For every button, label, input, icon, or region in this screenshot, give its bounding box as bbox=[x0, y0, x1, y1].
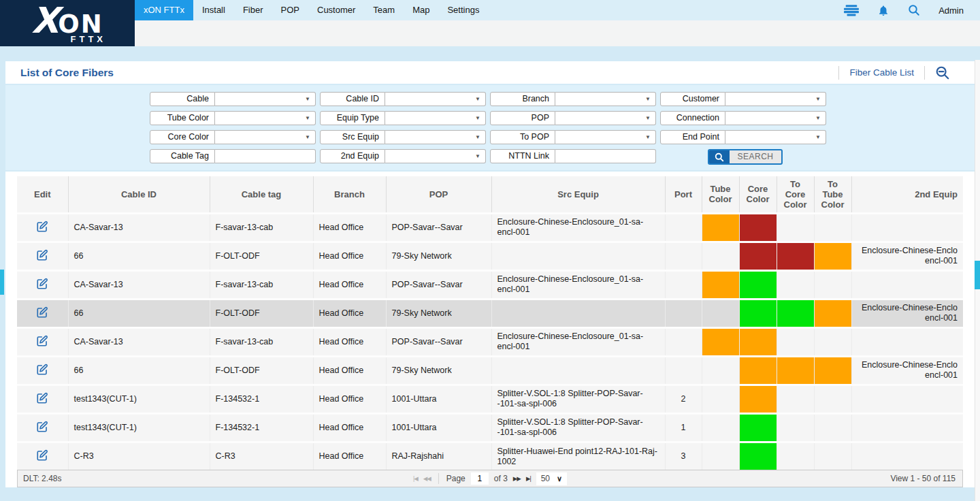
next-page-button[interactable]: ▶▶ bbox=[513, 475, 521, 482]
cell-core-color bbox=[739, 327, 777, 356]
nav-item-pop[interactable]: POP bbox=[272, 0, 308, 20]
column-header-2nd-equip: 2nd Equip bbox=[851, 176, 963, 213]
filter-select-end-point[interactable]: ▼ bbox=[725, 130, 826, 144]
core-fibers-table: EditCable IDCable tagBranchPOPSrc EquipP… bbox=[17, 176, 963, 470]
cell-to-tube-color bbox=[814, 242, 851, 270]
filter-label: Connection bbox=[660, 111, 725, 125]
cell-src-equip: Enclosure-Chinese-Enclosoure_01-sa-encl-… bbox=[491, 270, 665, 299]
filter-grid: Cable▼Cable ID▼Branch▼Customer▼Tube Colo… bbox=[150, 92, 975, 165]
edit-button[interactable] bbox=[35, 391, 50, 408]
pagination-controls: |◀ ◀◀ Page of 3 ▶▶ ▶| 50 ∨ bbox=[413, 472, 567, 485]
fiber-cable-list-link[interactable]: Fiber Cable List bbox=[849, 67, 914, 78]
search-icon[interactable] bbox=[908, 4, 920, 16]
table-row[interactable]: 66F-OLT-ODFHead Office79-Sky NetworkEncl… bbox=[17, 299, 963, 327]
filter-select-customer[interactable]: ▼ bbox=[725, 92, 826, 106]
cell-cable-id: test1343(CUT-1) bbox=[68, 385, 210, 413]
filter-select-to-pop[interactable]: ▼ bbox=[555, 130, 656, 144]
scrollbar-thumb[interactable] bbox=[975, 261, 980, 289]
cell-src-equip: Splitter-V.SOL-1:8 Splitter-POP-Savar--1… bbox=[491, 385, 665, 413]
table-row[interactable]: CA-Savar-13F-savar-13-cabHead OfficePOP-… bbox=[17, 213, 963, 242]
nav-item-customer[interactable]: Customer bbox=[308, 0, 364, 20]
first-page-button[interactable]: |◀ bbox=[413, 475, 418, 482]
separator bbox=[924, 66, 925, 80]
list-menu-icon[interactable] bbox=[844, 5, 859, 16]
filter-equip-type: Equip Type▼ bbox=[320, 111, 486, 125]
nav-item-map[interactable]: Map bbox=[404, 0, 438, 20]
cell-branch: Head Office bbox=[313, 413, 386, 442]
table-row[interactable]: CA-Savar-13F-savar-13-cabHead OfficePOP-… bbox=[17, 270, 963, 299]
table-row[interactable]: test1343(CUT-1)F-134532-1Head Office1001… bbox=[17, 413, 963, 442]
cell-port: 3 bbox=[665, 442, 702, 470]
cell-core-color bbox=[739, 442, 777, 470]
chevron-down-icon: ▼ bbox=[305, 96, 310, 102]
cell-edit bbox=[17, 299, 68, 327]
cell-pop: 79-Sky Network bbox=[386, 356, 491, 385]
table-row[interactable]: test1343(CUT-1)F-134532-1Head Office1001… bbox=[17, 385, 963, 413]
edit-button[interactable] bbox=[35, 448, 50, 465]
filter-input-cable-tag[interactable] bbox=[215, 149, 316, 163]
edit-icon bbox=[36, 221, 48, 233]
edit-button[interactable] bbox=[35, 362, 50, 379]
nav-item-fiber[interactable]: Fiber bbox=[234, 0, 272, 20]
page-input[interactable] bbox=[471, 472, 489, 485]
page-count-label: of 3 bbox=[494, 474, 508, 483]
filter-select-pop[interactable]: ▼ bbox=[555, 111, 656, 125]
filter-select-equip-type[interactable]: ▼ bbox=[385, 111, 486, 125]
filter-select-connection[interactable]: ▼ bbox=[725, 111, 826, 125]
main-content: List of Core Fibers Fiber Cable List Cab… bbox=[0, 61, 980, 487]
cell-port bbox=[665, 270, 702, 299]
nav-item-xon-fttx[interactable]: xON FTTx bbox=[135, 0, 193, 20]
filter-select-cable-id[interactable]: ▼ bbox=[385, 92, 486, 106]
edit-button[interactable] bbox=[35, 219, 50, 236]
cell-core-color bbox=[739, 385, 777, 413]
search-button[interactable]: SEARCH bbox=[708, 149, 783, 165]
filter-select-cable[interactable]: ▼ bbox=[215, 92, 316, 106]
chevron-down-icon: ▼ bbox=[475, 115, 480, 121]
cell-cable-tag: F-savar-13-cab bbox=[210, 270, 313, 299]
cell-pop: RAJ-Rajshahi bbox=[386, 442, 491, 470]
cell-edit bbox=[17, 242, 68, 270]
vertical-scrollbar[interactable] bbox=[975, 60, 980, 501]
filter-select-core-color[interactable]: ▼ bbox=[215, 130, 316, 144]
filter-tube-color: Tube Color▼ bbox=[150, 111, 316, 125]
last-page-button[interactable]: ▶| bbox=[526, 475, 531, 482]
nav-item-settings[interactable]: Settings bbox=[438, 0, 488, 20]
cell-to-core-color bbox=[777, 242, 814, 270]
cell-tube-color bbox=[702, 270, 739, 299]
table-row[interactable]: C-R3C-R3Head OfficeRAJ-RajshahiSplitter-… bbox=[17, 442, 963, 470]
page-size-select[interactable]: 50 ∨ bbox=[536, 472, 567, 485]
page-label: Page bbox=[446, 474, 466, 483]
nav-subbar bbox=[135, 20, 980, 46]
cell-pop: POP-Savar--Savar bbox=[386, 270, 491, 299]
filter-select-2nd-equip[interactable]: ▼ bbox=[385, 149, 486, 163]
cell-src-equip: Splitter-V.SOL-1:8 Splitter-POP-Savar--1… bbox=[491, 413, 665, 442]
cell-core-color bbox=[739, 299, 777, 327]
cell-cable-id: CA-Savar-13 bbox=[68, 327, 210, 356]
table-row[interactable]: 66F-OLT-ODFHead Office79-Sky NetworkEncl… bbox=[17, 242, 963, 270]
bell-icon[interactable] bbox=[877, 4, 889, 17]
cell-2nd-equip bbox=[851, 213, 963, 242]
edit-button[interactable] bbox=[35, 276, 50, 293]
filter-label: NTTN Link bbox=[490, 149, 555, 163]
filter-select-tube-color[interactable]: ▼ bbox=[215, 111, 316, 125]
table-row[interactable]: 66F-OLT-ODFHead Office79-Sky NetworkEncl… bbox=[17, 356, 963, 385]
edit-button[interactable] bbox=[35, 419, 50, 436]
prev-page-button[interactable]: ◀◀ bbox=[423, 475, 431, 482]
edit-button[interactable] bbox=[35, 334, 50, 351]
edit-icon bbox=[36, 449, 48, 462]
edit-button[interactable] bbox=[35, 305, 50, 322]
dlt-timer: DLT: 2.48s bbox=[18, 474, 61, 483]
filter-select-src-equip[interactable]: ▼ bbox=[385, 130, 486, 144]
filter-select-branch[interactable]: ▼ bbox=[555, 92, 656, 106]
edit-button[interactable] bbox=[35, 248, 50, 265]
cell-edit bbox=[17, 356, 68, 385]
filter-input-nttn-link[interactable] bbox=[555, 149, 656, 163]
nav-item-install[interactable]: Install bbox=[193, 0, 234, 20]
cell-edit bbox=[17, 385, 68, 413]
nav-item-team[interactable]: Team bbox=[364, 0, 404, 20]
app-logo[interactable]: X ON FTTX bbox=[0, 0, 135, 46]
table-row[interactable]: CA-Savar-13F-savar-13-cabHead OfficePOP-… bbox=[17, 327, 963, 356]
cell-cable-tag: F-OLT-ODF bbox=[210, 356, 313, 385]
admin-user-menu[interactable]: Admin bbox=[938, 5, 964, 16]
zoom-out-search-icon[interactable] bbox=[935, 65, 950, 80]
